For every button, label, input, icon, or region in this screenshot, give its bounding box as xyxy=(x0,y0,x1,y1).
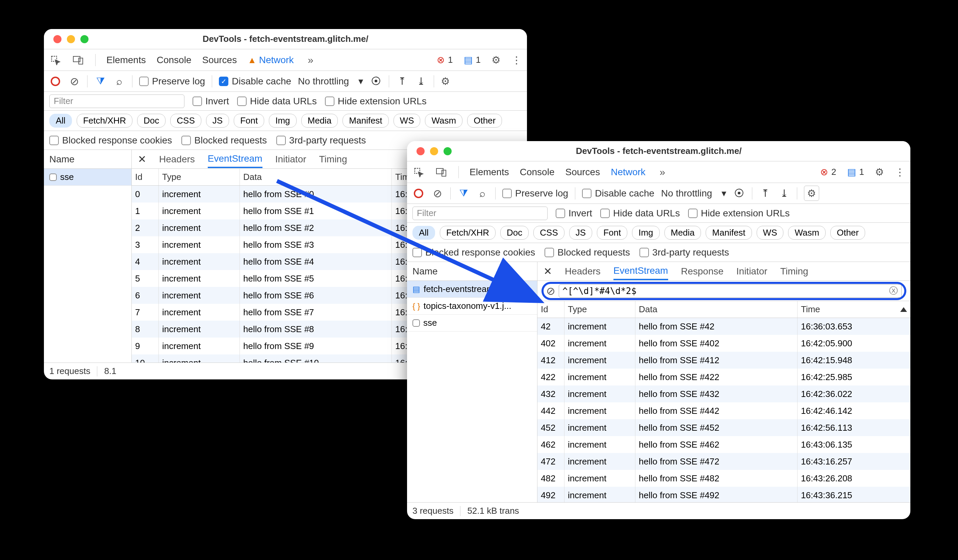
table-row[interactable]: 432incrementhello from SSE #43216:42:36.… xyxy=(538,386,910,402)
name-column-header[interactable]: Name xyxy=(407,262,537,281)
wifi-icon[interactable]: ⦿ xyxy=(733,187,745,199)
chip-wasm[interactable]: Wasm xyxy=(788,226,826,240)
col-time[interactable]: Time xyxy=(798,301,910,318)
message-badge[interactable]: ▤1 xyxy=(464,54,481,65)
error-badge[interactable]: ⊗2 xyxy=(820,166,836,177)
chip-ws[interactable]: WS xyxy=(757,226,784,240)
preserve-log-checkbox[interactable]: Preserve log xyxy=(139,76,205,87)
tab-network[interactable]: Network xyxy=(611,167,646,177)
col-id[interactable]: Id xyxy=(132,169,159,185)
chip-fetchxhr[interactable]: Fetch/XHR xyxy=(440,226,496,240)
filter-input[interactable]: Filter xyxy=(49,95,184,108)
table-row[interactable]: 482incrementhello from SSE #48216:43:26.… xyxy=(538,470,910,487)
hide-extension-urls-checkbox[interactable]: Hide extension URLs xyxy=(325,96,427,107)
col-type[interactable]: Type xyxy=(159,169,240,185)
clear-button[interactable]: ⊘ xyxy=(68,75,80,87)
table-row[interactable]: 472incrementhello from SSE #47216:43:16.… xyxy=(538,453,910,470)
chip-doc[interactable]: Doc xyxy=(500,226,529,240)
inspect-icon[interactable] xyxy=(412,166,425,178)
chip-wasm[interactable]: Wasm xyxy=(425,114,462,128)
settings-icon[interactable]: ⚙ xyxy=(492,54,501,66)
kebab-menu-icon[interactable]: ⋮ xyxy=(511,54,522,66)
error-badge[interactable]: ⊗1 xyxy=(437,54,453,65)
request-row[interactable]: ▤fetch-eventstream.gli... xyxy=(407,281,537,298)
blocked-requests-checkbox[interactable]: Blocked requests xyxy=(544,247,630,258)
tab-timing[interactable]: Timing xyxy=(780,266,808,277)
preserve-log-checkbox[interactable]: Preserve log xyxy=(502,188,568,199)
close-detail-icon[interactable]: ✕ xyxy=(544,265,552,277)
chip-other[interactable]: Other xyxy=(830,226,865,240)
tab-console[interactable]: Console xyxy=(157,55,192,65)
chip-img[interactable]: Img xyxy=(269,114,296,128)
chip-css[interactable]: CSS xyxy=(170,114,201,128)
kebab-menu-icon[interactable]: ⋮ xyxy=(895,166,905,178)
invert-checkbox[interactable]: Invert xyxy=(556,208,592,219)
disable-cache-checkbox[interactable]: Disable cache xyxy=(582,188,654,199)
hide-data-urls-checkbox[interactable]: Hide data URLs xyxy=(600,208,680,219)
disable-cache-checkbox[interactable]: ✓Disable cache xyxy=(219,76,291,87)
request-row[interactable]: sse xyxy=(407,315,537,331)
throttling-select[interactable]: No throttling▾ xyxy=(298,76,363,87)
blocked-cookies-checkbox[interactable]: Blocked response cookies xyxy=(49,135,172,146)
upload-icon[interactable]: ⤒ xyxy=(396,75,408,87)
col-type[interactable]: Type xyxy=(565,301,635,318)
tab-eventstream[interactable]: EventStream xyxy=(614,265,668,280)
filter-icon[interactable]: ⧩ xyxy=(94,75,106,87)
chip-img[interactable]: Img xyxy=(632,226,659,240)
table-row[interactable]: 402incrementhello from SSE #40216:42:05.… xyxy=(538,335,910,352)
inspect-icon[interactable] xyxy=(49,54,62,66)
table-row[interactable]: 422incrementhello from SSE #42216:42:25.… xyxy=(538,369,910,386)
third-party-checkbox[interactable]: 3rd-party requests xyxy=(276,135,366,146)
search-icon[interactable]: ⌕ xyxy=(476,187,489,199)
name-column-header[interactable]: Name xyxy=(44,150,132,169)
wifi-icon[interactable]: ⦿ xyxy=(370,75,382,87)
col-data[interactable]: Data xyxy=(635,301,798,318)
chip-manifest[interactable]: Manifest xyxy=(343,114,389,128)
filter-icon[interactable]: ⧩ xyxy=(457,187,469,199)
network-settings-icon[interactable]: ⚙ xyxy=(804,186,819,201)
settings-icon[interactable]: ⚙ xyxy=(875,166,884,178)
chip-js[interactable]: JS xyxy=(569,226,592,240)
regex-input[interactable]: ^[^\d]*#4\d*2$ ⓧ xyxy=(559,284,902,298)
blocked-requests-checkbox[interactable]: Blocked requests xyxy=(181,135,267,146)
tab-sources[interactable]: Sources xyxy=(202,55,237,65)
hide-extension-urls-checkbox[interactable]: Hide extension URLs xyxy=(688,208,790,219)
tab-elements[interactable]: Elements xyxy=(469,167,509,177)
request-row[interactable]: { }topics-taxonomy-v1.j... xyxy=(407,298,537,315)
tab-timing[interactable]: Timing xyxy=(319,154,347,165)
table-row[interactable]: 442incrementhello from SSE #44216:42:46.… xyxy=(538,402,910,419)
filter-input[interactable]: Filter xyxy=(412,207,547,220)
record-button[interactable] xyxy=(49,75,62,87)
hide-data-urls-checkbox[interactable]: Hide data URLs xyxy=(237,96,317,107)
upload-icon[interactable]: ⤒ xyxy=(759,187,771,199)
table-row[interactable]: 462incrementhello from SSE #46216:43:06.… xyxy=(538,436,910,453)
chip-ws[interactable]: WS xyxy=(393,114,420,128)
chip-font[interactable]: Font xyxy=(234,114,264,128)
close-detail-icon[interactable]: ✕ xyxy=(138,153,146,165)
more-tabs-icon[interactable]: » xyxy=(305,54,317,66)
chip-font[interactable]: Font xyxy=(597,226,627,240)
request-row-sse[interactable]: sse xyxy=(44,169,132,186)
table-row[interactable]: 412incrementhello from SSE #41216:42:15.… xyxy=(538,352,910,369)
chip-js[interactable]: JS xyxy=(206,114,229,128)
search-icon[interactable]: ⌕ xyxy=(113,75,125,87)
table-row[interactable]: 452incrementhello from SSE #45216:42:56.… xyxy=(538,419,910,436)
chip-all[interactable]: All xyxy=(412,226,435,240)
tab-network[interactable]: ▲ Network xyxy=(247,55,293,65)
chip-fetchxhr[interactable]: Fetch/XHR xyxy=(77,114,132,128)
blocked-cookies-checkbox[interactable]: Blocked response cookies xyxy=(412,247,535,258)
tab-headers[interactable]: Headers xyxy=(159,154,195,165)
message-badge[interactable]: ▤1 xyxy=(847,166,864,177)
record-button[interactable] xyxy=(412,187,425,199)
clear-input-icon[interactable]: ⓧ xyxy=(889,285,898,297)
third-party-checkbox[interactable]: 3rd-party requests xyxy=(639,247,729,258)
tab-sources[interactable]: Sources xyxy=(565,167,600,177)
network-settings-icon[interactable]: ⚙ xyxy=(441,75,450,87)
clear-button[interactable]: ⊘ xyxy=(431,187,444,199)
chip-all[interactable]: All xyxy=(49,114,72,128)
chip-css[interactable]: CSS xyxy=(533,226,564,240)
more-tabs-icon[interactable]: » xyxy=(657,166,668,178)
tab-console[interactable]: Console xyxy=(520,167,555,177)
clear-events-icon[interactable]: ⊘ xyxy=(546,285,555,297)
download-icon[interactable]: ⤓ xyxy=(778,187,790,199)
